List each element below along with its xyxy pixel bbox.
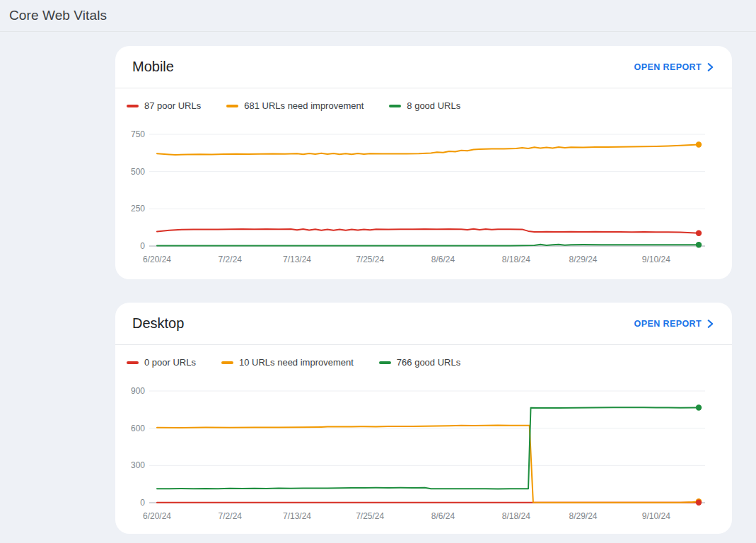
desktop-cwv-line-chart[interactable]: 03006009006/20/247/2/247/13/247/25/248/6…: [115, 378, 732, 530]
needs-improvement-series-dash-icon: [226, 105, 238, 107]
svg-text:750: 750: [131, 129, 145, 139]
mobile-card-header: Mobile OPEN REPORT: [115, 46, 732, 88]
mobile-card-title: Mobile: [132, 59, 634, 75]
legend-item-poor: 87 poor URLs: [127, 100, 201, 111]
legend-item-needs-improvement: 681 URLs need improvement: [226, 100, 364, 111]
desktop-legend: 0 poor URLs 10 URLs need improvement 766…: [115, 345, 732, 368]
svg-text:250: 250: [131, 204, 145, 214]
chevron-right-icon: [707, 320, 714, 328]
mobile-open-report-link[interactable]: OPEN REPORT: [634, 62, 714, 72]
legend-label-needs-improvement: 10 URLs need improvement: [239, 357, 354, 368]
svg-text:9/10/24: 9/10/24: [642, 255, 670, 264]
svg-text:6/20/24: 6/20/24: [143, 511, 171, 521]
legend-label-needs-improvement: 681 URLs need improvement: [244, 100, 364, 111]
svg-text:8/29/24: 8/29/24: [569, 511, 597, 521]
legend-label-good: 8 good URLs: [407, 100, 460, 111]
legend-item-good: 766 good URLs: [379, 357, 460, 368]
desktop-card-title: Desktop: [132, 315, 634, 332]
svg-text:7/25/24: 7/25/24: [356, 511, 384, 521]
svg-text:7/2/24: 7/2/24: [219, 511, 243, 521]
legend-item-needs-improvement: 10 URLs need improvement: [221, 357, 354, 368]
page-title: Core Web Vitals: [0, 8, 107, 23]
chevron-right-icon: [707, 63, 714, 71]
svg-text:0: 0: [140, 498, 145, 508]
desktop-open-report-label: OPEN REPORT: [634, 319, 702, 329]
needs-improvement-series-dash-icon: [221, 361, 233, 364]
legend-label-good: 766 good URLs: [397, 357, 460, 368]
mobile-cwv-line-chart[interactable]: 02505007506/20/247/2/247/13/247/25/248/6…: [115, 122, 732, 274]
svg-text:500: 500: [131, 167, 145, 177]
svg-text:8/18/24: 8/18/24: [502, 255, 530, 264]
mobile-card: Mobile OPEN REPORT 87 poor URLs 681 URLs…: [115, 46, 732, 279]
desktop-open-report-link[interactable]: OPEN REPORT: [634, 319, 714, 329]
desktop-card-header: Desktop OPEN REPORT: [115, 303, 732, 345]
core-web-vitals-page: { "page": { "title": "Core Web Vitals" }…: [0, 0, 756, 543]
svg-text:8/6/24: 8/6/24: [431, 255, 455, 264]
legend-label-poor: 0 poor URLs: [144, 357, 196, 368]
mobile-open-report-label: OPEN REPORT: [634, 62, 702, 72]
svg-text:8/29/24: 8/29/24: [569, 255, 597, 264]
svg-text:7/13/24: 7/13/24: [283, 511, 311, 521]
svg-text:7/2/24: 7/2/24: [219, 255, 243, 264]
legend-item-poor: 0 poor URLs: [127, 357, 196, 368]
legend-item-good: 8 good URLs: [389, 100, 460, 111]
legend-label-poor: 87 poor URLs: [144, 100, 201, 111]
svg-text:7/13/24: 7/13/24: [283, 255, 311, 264]
svg-text:7/25/24: 7/25/24: [356, 255, 384, 264]
poor-series-dash-icon: [127, 105, 139, 107]
svg-text:8/6/24: 8/6/24: [431, 511, 455, 521]
desktop-card: Desktop OPEN REPORT 0 poor URLs 10 URLs …: [115, 303, 732, 534]
svg-text:300: 300: [131, 460, 145, 470]
good-series-dash-icon: [379, 361, 391, 364]
svg-text:8/18/24: 8/18/24: [502, 511, 530, 521]
svg-text:0: 0: [140, 241, 145, 251]
poor-series-dash-icon: [127, 361, 139, 364]
good-series-dash-icon: [389, 105, 401, 107]
svg-text:9/10/24: 9/10/24: [642, 511, 670, 521]
svg-text:900: 900: [131, 386, 145, 396]
page-header: Core Web Vitals: [0, 0, 756, 32]
mobile-legend: 87 poor URLs 681 URLs need improvement 8…: [115, 88, 732, 111]
svg-text:6/20/24: 6/20/24: [143, 255, 171, 264]
svg-text:600: 600: [131, 424, 145, 433]
